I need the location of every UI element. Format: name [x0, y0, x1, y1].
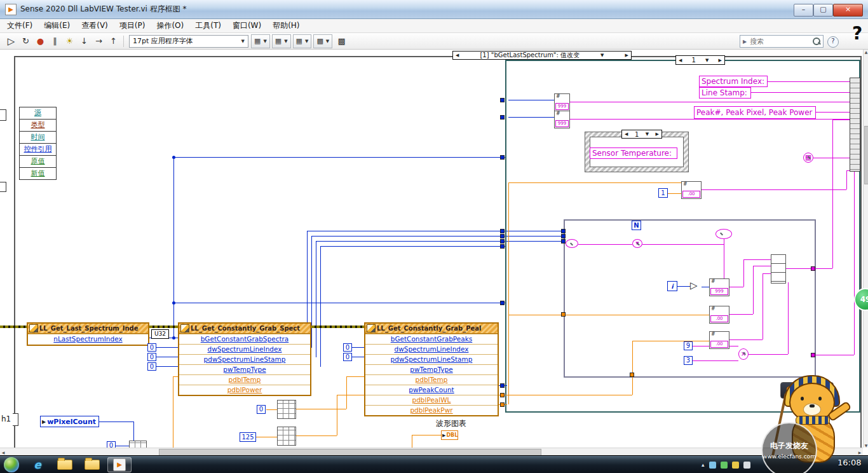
dll-param[interactable]: pdwSpectrumLineStamp [365, 354, 498, 364]
menu-item-help[interactable]: 帮助(H) [267, 18, 305, 33]
taskbar-explorer[interactable] [53, 457, 77, 472]
event-terminal-source[interactable]: 源 [20, 107, 56, 120]
multiply-node[interactable]: × [738, 348, 749, 360]
next-case-icon[interactable]: ▶ [654, 132, 660, 137]
horizontal-scroll-thumb[interactable] [159, 449, 541, 455]
format-into-string-node[interactable]: # .00 [709, 331, 729, 349]
dll-param[interactable]: pdblTemp [179, 374, 310, 385]
line-stamp-indicator[interactable]: Line Stamp: [699, 87, 751, 99]
dll-param[interactable]: dwSpectrumLineIndex [179, 344, 310, 354]
highlight-execution-button[interactable]: ☀ [62, 34, 77, 48]
reorder-dropdown[interactable]: ▩ ▼ [313, 34, 332, 48]
dll-param[interactable]: nLastSpectrumIndex [28, 334, 148, 345]
context-help-button[interactable]: ? [848, 22, 866, 46]
numeric-constant-0[interactable]: 0 [147, 353, 156, 361]
numeric-constant-125[interactable]: 125 [240, 432, 256, 442]
loop-count-terminal[interactable]: N [632, 221, 641, 230]
menu-item-operate[interactable]: 操作(O) [151, 18, 189, 33]
next-event-icon[interactable]: ▶ [624, 53, 630, 58]
menu-item-file[interactable]: 文件(F) [1, 18, 38, 33]
run-continuous-button[interactable]: ↻ [18, 34, 33, 48]
numeric-constant-3[interactable]: 3 [684, 356, 693, 365]
dll-param[interactable]: bGetConstantGrabPeaks [365, 334, 498, 344]
operator-node[interactable]: ▷ [690, 280, 698, 291]
scroll-up-icon[interactable]: ▲ [864, 50, 868, 54]
align-objects-dropdown[interactable]: ▦ ▼ [251, 34, 270, 48]
taskbar-labview[interactable]: ▶ [107, 457, 132, 472]
resize-objects-dropdown[interactable]: ▦ ▼ [293, 34, 312, 48]
abort-button[interactable]: ● [33, 34, 48, 48]
numeric-constant-9[interactable]: 9 [684, 341, 693, 350]
dll-node-get-constantly-grab-spectra[interactable]: LL_Get_Constantly_Grab_Spect bGetConstan… [178, 322, 311, 396]
next-case-icon[interactable]: ▶ [717, 58, 723, 63]
numeric-constant-0[interactable]: 0 [343, 353, 352, 361]
index-array-node[interactable] [277, 400, 296, 419]
clean-up-diagram-button[interactable]: ▩ [334, 34, 349, 48]
event-terminal-type[interactable]: 类型 [20, 120, 56, 132]
numeric-constant-1[interactable]: 1 [658, 188, 668, 198]
event-structure-header[interactable]: ◀ [1] "bGetLastSpectrum": 值改变 ▼ ▶ [452, 51, 632, 60]
concatenate-strings-node[interactable] [850, 78, 860, 172]
build-array-node[interactable] [771, 254, 786, 284]
dll-param[interactable]: pwTempType [179, 364, 310, 374]
array-to-string-node[interactable]: ▦ [803, 153, 813, 163]
format-into-string-node[interactable]: # 999 [554, 93, 570, 111]
string-constant-empty[interactable] [566, 239, 578, 248]
enum-constant[interactable]: ▼ [632, 239, 642, 248]
previous-case-icon[interactable]: ◀ [677, 58, 683, 63]
search-box[interactable]: ▶ [740, 35, 824, 48]
distribute-objects-dropdown[interactable]: ▦ ▼ [272, 34, 291, 48]
dll-param[interactable]: pdblPealWL [365, 395, 498, 405]
dll-param[interactable]: pdblPower [179, 385, 310, 395]
taskbar-explorer-2[interactable] [80, 457, 104, 472]
step-out-button[interactable]: ↑ [106, 34, 121, 48]
waveform-chart-terminal[interactable]: ▶ DBL [441, 430, 458, 440]
numeric-constant-0[interactable]: 0 [257, 405, 266, 414]
numeric-constant-0[interactable]: 0 [147, 362, 156, 371]
numeric-constant-0[interactable]: 0 [343, 343, 352, 352]
format-into-string-node[interactable]: # 999 [709, 278, 729, 296]
horizontal-scrollbar[interactable]: ◀ ▶ [0, 448, 863, 455]
menu-item-tools[interactable]: 工具(T) [189, 18, 227, 33]
help-button-small[interactable]: ? [827, 36, 839, 48]
case-dropdown-icon[interactable]: ▼ [644, 132, 650, 137]
previous-case-icon[interactable]: ◀ [623, 132, 629, 137]
string-constant-empty[interactable] [715, 229, 732, 239]
menu-item-project[interactable]: 项目(P) [114, 18, 151, 33]
dll-node-get-last-spectrum-index[interactable]: LL_Get_Last_Spectrum_Inde nLastSpectrumI… [27, 322, 149, 346]
start-button[interactable] [4, 457, 19, 472]
pause-button[interactable]: ‖ [48, 34, 62, 48]
block-diagram-canvas[interactable]: ◀ [1] "bGetLastSpectrum": 值改变 ▼ ▶ ◀ 1 ▼ … [0, 50, 868, 455]
dll-param[interactable]: dwSpectrumLineIndex [365, 344, 498, 354]
close-button[interactable]: × [833, 4, 863, 17]
format-into-string-node[interactable]: # .00 [681, 181, 702, 199]
tray-icon[interactable] [709, 462, 716, 469]
format-into-string-node[interactable]: # .00 [709, 306, 729, 324]
spectrum-index-indicator[interactable]: Spectrum Index: [699, 76, 768, 87]
run-button[interactable]: ▷ [4, 34, 18, 48]
case-dropdown-icon[interactable]: ▼ [704, 58, 710, 63]
menu-item-window[interactable]: 窗口(W) [227, 18, 267, 33]
event-terminal-time[interactable]: 时间 [20, 132, 56, 144]
wpixelcount-terminal[interactable]: ▶ wPixelCount [40, 416, 99, 427]
vertical-scroll-thumb[interactable] [864, 126, 868, 184]
peak-header-constant[interactable]: Peak#, Peak Pixel, Peak Power [694, 106, 816, 119]
tray-icon[interactable] [743, 462, 750, 469]
dll-param[interactable]: pdblTemp [365, 374, 498, 385]
search-icon[interactable] [813, 38, 820, 45]
dll-node-get-constantly-grab-peaks[interactable]: LL_Get_Constantly_Grab_Peal bGetConstant… [364, 322, 499, 416]
titlebar[interactable]: ▶ Sense 2020 Dll LabVIEW Tester.vi 程序框图 … [0, 0, 868, 19]
dll-param[interactable]: pwTempType [365, 364, 498, 374]
font-selector-dropdown[interactable]: 17pt 应用程序字体 ▼ [129, 35, 248, 48]
step-into-button[interactable]: ↓ [77, 34, 92, 48]
tray-expand-icon[interactable]: ▴ [702, 462, 705, 468]
dll-param[interactable]: bGetConstantGrabSpectra [179, 334, 310, 344]
loop-iteration-terminal[interactable]: i [667, 281, 677, 291]
event-terminal-newval[interactable]: 新值 [20, 168, 56, 179]
taskbar-internet-explorer[interactable]: e [25, 457, 50, 472]
event-terminal-ctlref[interactable]: 控件引用 [20, 144, 56, 156]
maximize-button[interactable]: ▢ [813, 4, 833, 17]
scroll-left-icon[interactable]: ◀ [1, 450, 6, 455]
search-scope-icon[interactable]: ▶ [743, 39, 747, 45]
dll-param[interactable]: pdblPeakPwr [365, 405, 498, 415]
